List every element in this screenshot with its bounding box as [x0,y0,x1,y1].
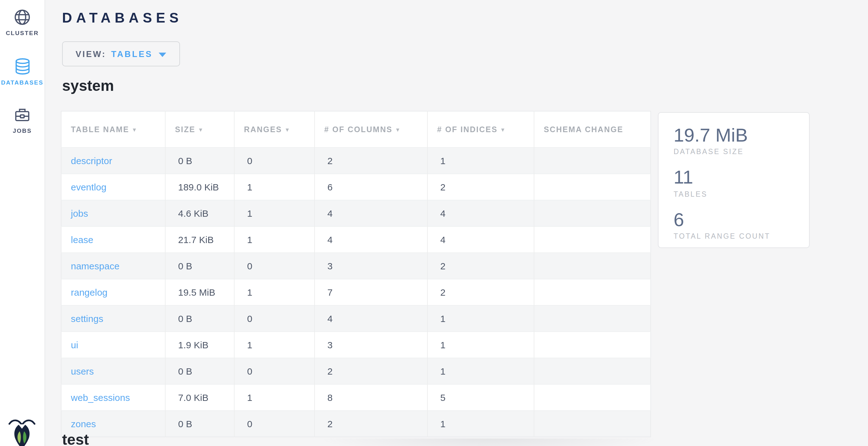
cell-ranges: 1 [234,174,314,200]
table-row-web_sessions: web_sessions7.0 KiB185 [61,384,651,411]
sidebar-item-label: CLUSTER [0,29,44,36]
cell-indices: 2 [427,174,534,200]
sort-caret-icon: ▾ [396,126,400,133]
cell-size: 0 B [165,411,234,437]
summary-stat-value: 19.7 MiB [674,125,794,146]
cell-ranges: 1 [234,200,314,227]
system-table-body: descriptor0 B021eventlog189.0 KiB162jobs… [61,147,651,437]
view-selector-dropdown[interactable]: VIEW: TABLES [62,41,180,66]
column-header-label: SIZE [175,125,195,134]
cell-ranges: 0 [234,147,314,174]
table-name-link[interactable]: descriptor [71,156,112,166]
sidebar: CLUSTER DATABASES [0,0,45,446]
cell-ranges: 0 [234,411,314,437]
table-row-ui: ui1.9 KiB131 [61,332,651,358]
cell-indices: 1 [427,411,534,437]
cell-ranges: 0 [234,358,314,384]
cockroach-bug-logo [7,417,37,446]
sidebar-item-jobs[interactable]: JOBS [0,106,44,134]
cell-indices: 5 [427,384,534,411]
cell-columns: 4 [314,227,427,253]
column-header-label: SCHEMA CHANGE [544,125,623,134]
table-name-link[interactable]: eventlog [71,182,106,192]
cell-schema-change [534,384,651,411]
cell-columns: 3 [314,253,427,279]
table-name-link[interactable]: ui [71,340,78,350]
cell-size: 0 B [165,358,234,384]
column-header-columns[interactable]: # OF COLUMNS▾ [314,111,427,147]
database-heading-system: system [62,77,114,95]
table-row-eventlog: eventlog189.0 KiB162 [61,174,651,200]
sort-caret-icon: ▾ [133,126,136,133]
summary-stat-value: 11 [674,168,794,188]
cell-ranges: 0 [234,253,314,279]
cell-size: 0 B [165,147,234,174]
sort-caret-icon: ▾ [286,126,289,133]
cell-schema-change [534,147,651,174]
cell-ranges: 1 [234,332,314,358]
databases-icon [0,58,44,75]
cell-indices: 2 [427,253,534,279]
table-row-lease: lease21.7 KiB144 [61,227,651,253]
summary-stat: 11TABLES [674,168,794,198]
column-header-label: RANGES [244,125,282,134]
cell-ranges: 0 [234,305,314,332]
offscreen-content-shadow [318,439,660,446]
cell-ranges: 1 [234,279,314,305]
summary-stat-label: DATABASE SIZE [674,148,794,156]
sort-caret-icon: ▾ [199,126,203,133]
column-header-label: # OF INDICES [437,125,498,134]
system-tables-table: TABLE NAME▾SIZE▾RANGES▾# OF COLUMNS▾# OF… [61,111,651,437]
view-selector-label: VIEW: [75,49,106,59]
sidebar-item-cluster[interactable]: CLUSTER [0,9,44,36]
table-name-link[interactable]: rangelog [71,287,107,298]
cell-columns: 2 [314,147,427,174]
cell-name: web_sessions [61,384,165,411]
summary-stat-value: 6 [674,210,794,230]
table-row-descriptor: descriptor0 B021 [61,147,651,174]
cell-size: 1.9 KiB [165,332,234,358]
cell-indices: 4 [427,227,534,253]
table-name-link[interactable]: users [71,366,94,376]
cell-name: users [61,358,165,384]
column-header-label: # OF COLUMNS [324,125,393,134]
cell-size: 4.6 KiB [165,200,234,227]
main-content: DATABASES VIEW: TABLES system TABLE NAME… [45,0,868,446]
table-name-link[interactable]: web_sessions [71,392,130,403]
cell-indices: 1 [427,358,534,384]
column-header-name[interactable]: TABLE NAME▾ [61,111,165,147]
column-header-size[interactable]: SIZE▾ [165,111,234,147]
cell-indices: 1 [427,332,534,358]
cell-name: rangelog [61,279,165,305]
table-row-settings: settings0 B041 [61,305,651,332]
globe-icon [0,9,44,26]
column-header-ranges[interactable]: RANGES▾ [234,111,314,147]
table-name-link[interactable]: jobs [71,208,88,218]
cell-name: lease [61,227,165,253]
cell-name: eventlog [61,174,165,200]
table-row-jobs: jobs4.6 KiB144 [61,200,651,227]
system-table-header-row: TABLE NAME▾SIZE▾RANGES▾# OF COLUMNS▾# OF… [61,111,651,147]
cell-name: ui [61,332,165,358]
sidebar-item-databases[interactable]: DATABASES [0,58,44,86]
cell-ranges: 1 [234,384,314,411]
briefcase-icon [0,106,44,124]
cell-size: 7.0 KiB [165,384,234,411]
table-name-link[interactable]: lease [71,234,93,245]
cell-columns: 2 [314,411,427,437]
cell-schema-change [534,200,651,227]
cell-indices: 1 [427,305,534,332]
view-selector-value: TABLES [111,49,153,59]
table-name-link[interactable]: namespace [71,261,120,271]
table-row-users: users0 B021 [61,358,651,384]
cell-name: namespace [61,253,165,279]
cell-schema-change [534,174,651,200]
table-name-link[interactable]: zones [71,418,96,429]
cell-columns: 4 [314,305,427,332]
cell-indices: 2 [427,279,534,305]
cell-columns: 3 [314,332,427,358]
table-name-link[interactable]: settings [71,313,103,324]
column-header-indices[interactable]: # OF INDICES▾ [427,111,534,147]
sort-caret-icon: ▾ [501,126,505,133]
summary-stat-label: TABLES [674,191,794,198]
